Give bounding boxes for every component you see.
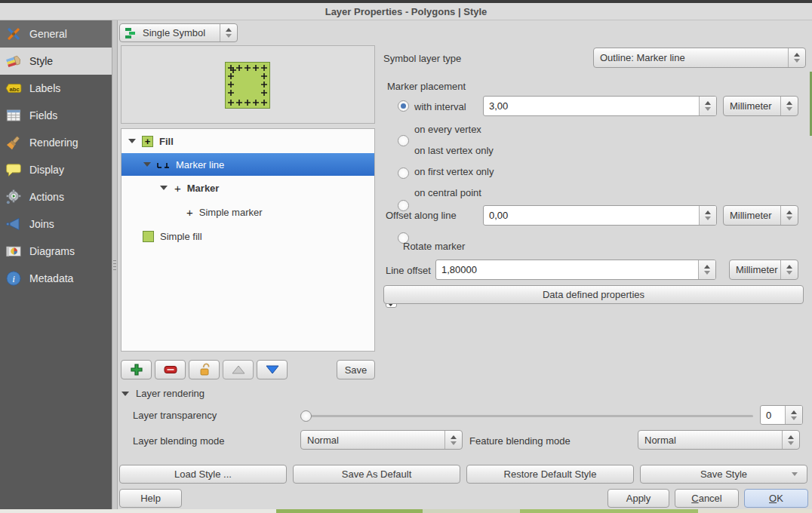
lock-color-button[interactable] (189, 360, 220, 379)
speech-bubble-icon (5, 161, 22, 178)
sidebar-item-style[interactable]: Style (0, 48, 112, 75)
radio-on-last-vertex-label[interactable]: on last vertex only (414, 145, 494, 156)
remove-symbol-layer-button[interactable] (155, 360, 186, 379)
title-bar[interactable]: Layer Properties - Polygons | Style (0, 3, 812, 20)
data-defined-properties-button[interactable]: Data defined properties (383, 285, 804, 304)
move-layer-up-button[interactable] (223, 360, 254, 379)
sidebar-item-labels[interactable]: abc Labels (0, 75, 112, 102)
load-style-button[interactable]: Load Style ... (119, 465, 287, 484)
simple-fill-icon (143, 231, 154, 242)
single-symbol-icon (125, 27, 137, 39)
radio-with-interval[interactable] (398, 100, 409, 112)
radio-on-every-vertex-label[interactable]: on every vertex (414, 124, 481, 135)
line-offset-input[interactable]: 1,80000 (435, 260, 716, 280)
save-symbol-button[interactable]: Save (337, 360, 375, 379)
symbol-mode-value: Single Symbol (137, 27, 220, 38)
save-as-default-button[interactable]: Save As Default (293, 465, 460, 484)
interval-unit-select[interactable]: Millimeter (723, 96, 798, 116)
sidebar-item-label: Diagrams (29, 245, 75, 257)
move-layer-down-button[interactable] (257, 360, 288, 379)
spinner-arrows-icon[interactable] (698, 260, 715, 279)
symbol-layer-type-select[interactable]: Outline: Marker line (593, 48, 806, 68)
rotate-marker-label[interactable]: Rotate marker (403, 241, 465, 252)
radio-on-every-vertex[interactable] (398, 135, 409, 146)
tree-item-label: Simple marker (199, 207, 263, 218)
ok-label: OK (769, 493, 783, 504)
save-style-button[interactable]: Save Style (640, 465, 807, 484)
expander-icon[interactable] (143, 162, 151, 167)
tree-item-label: Marker (187, 183, 220, 194)
sidebar-item-label: Joins (29, 218, 54, 230)
tree-item-simple-marker[interactable]: + Simple marker (121, 201, 374, 223)
offset-unit-select[interactable]: Millimeter (723, 205, 798, 226)
dropdown-arrows-icon (782, 431, 799, 449)
feature-blending-mode-select[interactable]: Normal (638, 430, 800, 450)
brush-icon (5, 134, 22, 151)
sidebar-item-fields[interactable]: Fields (0, 102, 112, 129)
sidebar-item-label: Display (29, 164, 64, 176)
layer-rendering-header[interactable]: Layer rendering (121, 388, 205, 399)
line-offset-unit-select[interactable]: Millimeter (729, 260, 798, 280)
move-down-icon (265, 364, 280, 375)
radio-with-interval-label[interactable]: with interval (414, 101, 466, 112)
spinner-arrows-icon[interactable] (699, 206, 716, 225)
sidebar-splitter[interactable] (112, 20, 118, 509)
transparency-spinbox[interactable]: 0 (760, 405, 803, 425)
sidebar-item-rendering[interactable]: Rendering (0, 129, 112, 156)
tree-item-marker[interactable]: + Marker (121, 177, 374, 199)
tree-item-label: Fill (159, 136, 174, 147)
cancel-label: Cancel (691, 493, 721, 504)
spinner-arrows-icon[interactable] (699, 97, 716, 115)
offset-along-line-value: 0,00 (484, 210, 699, 221)
tree-item-fill[interactable]: + Fill (121, 130, 374, 152)
expander-icon[interactable] (160, 186, 168, 190)
symbol-layer-type-value: Outline: Marker line (594, 52, 788, 63)
tree-item-marker-line[interactable]: Marker line (121, 153, 374, 176)
line-offset-value: 1,80000 (436, 264, 698, 275)
offset-along-line-label: Offset along line (386, 210, 457, 221)
abc-tag-icon: abc (5, 80, 22, 97)
simple-marker-icon: + (186, 206, 193, 219)
offset-along-line-input[interactable]: 0,00 (483, 205, 717, 226)
transparency-slider-handle[interactable] (300, 410, 312, 422)
sidebar-item-joins[interactable]: Joins (0, 210, 112, 238)
transparency-value: 0 (761, 410, 785, 421)
layer-blending-mode-select[interactable]: Normal (300, 430, 463, 450)
apply-button[interactable]: Apply (607, 489, 669, 508)
spinner-arrows-icon[interactable] (785, 406, 802, 424)
polygon-preview-image (225, 62, 270, 109)
help-button[interactable]: Help (119, 489, 182, 508)
restore-default-style-button[interactable]: Restore Default Style (466, 465, 634, 484)
radio-on-first-vertex-label[interactable]: on first vertex only (414, 166, 494, 177)
dropdown-arrows-icon (444, 431, 462, 449)
sidebar-item-metadata[interactable]: i Metadata (0, 265, 112, 292)
sidebar-item-actions[interactable]: Actions (0, 183, 112, 210)
cancel-button[interactable]: Cancel (675, 489, 739, 508)
sidebar-item-label: Style (29, 55, 53, 67)
layer-rendering-label: Layer rendering (136, 388, 205, 399)
sidebar-item-diagrams[interactable]: Diagrams (0, 238, 112, 265)
save-as-default-label: Save As Default (342, 468, 412, 480)
line-offset-unit-value: Millimeter (730, 264, 780, 275)
collapse-arrow-icon (121, 392, 129, 396)
interval-input[interactable]: 3,00 (483, 96, 717, 116)
paintbrush-icon (5, 53, 22, 69)
sidebar-item-display[interactable]: Display (0, 156, 112, 183)
offset-unit-value: Millimeter (724, 210, 780, 221)
radio-on-central-point-label[interactable]: on central point (414, 187, 481, 198)
marker-symbol-icon: + (174, 182, 181, 195)
layer-blending-mode-label: Layer blending mode (133, 435, 224, 447)
lock-open-icon (198, 363, 211, 376)
add-symbol-layer-button[interactable] (121, 360, 152, 379)
gear-icon (5, 189, 22, 205)
tree-item-simple-fill[interactable]: Simple fill (121, 225, 374, 247)
svg-text:i: i (12, 273, 15, 284)
radio-on-last-vertex[interactable] (398, 167, 409, 179)
ok-button[interactable]: OK (744, 489, 808, 508)
transparency-slider-track[interactable] (307, 415, 753, 417)
symbol-mode-select[interactable]: Single Symbol (119, 23, 238, 42)
expander-icon[interactable] (128, 139, 136, 143)
save-symbol-label: Save (345, 364, 368, 376)
sidebar-item-general[interactable]: General (0, 20, 112, 48)
apply-label: Apply (626, 493, 651, 504)
